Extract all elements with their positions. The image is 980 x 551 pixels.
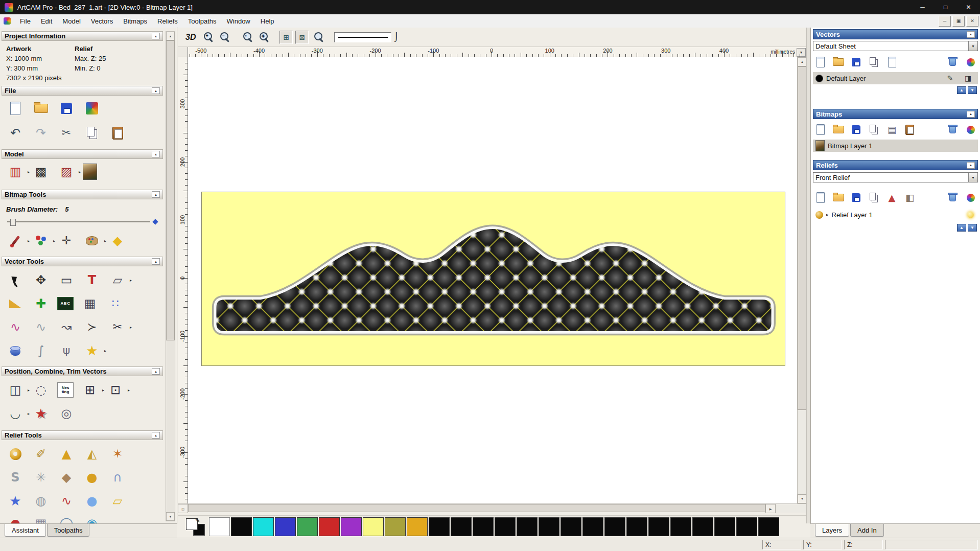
colour-black[interactable] <box>231 517 252 536</box>
block-array-icon[interactable]: ⊞▸ <box>81 381 99 399</box>
2d-view-canvas[interactable] <box>188 57 797 503</box>
bitmap-layer-options-icon[interactable] <box>964 123 977 136</box>
colour-white[interactable] <box>209 517 230 536</box>
open-model-icon[interactable] <box>32 99 50 118</box>
offset-relief-icon[interactable]: ▱ <box>108 492 127 510</box>
set-model-size-icon[interactable]: ▥▸ <box>6 163 25 181</box>
scrollbar-thumb[interactable] <box>188 504 765 512</box>
flood-fill-icon[interactable]: ▸ <box>32 232 50 250</box>
colour-black-extra[interactable] <box>670 517 691 536</box>
add-clay-icon[interactable]: ▲ <box>57 445 76 463</box>
node-editor-icon[interactable]: ψ <box>57 341 76 360</box>
collapse-vectors-button[interactable]: ▲ <box>967 31 975 38</box>
new-relief-icon[interactable] <box>813 191 827 204</box>
pane-splitter-button[interactable]: ◫ <box>178 504 188 513</box>
relief-layer-options-icon[interactable] <box>964 191 977 204</box>
colour-palette-icon[interactable]: ▸ <box>83 232 101 250</box>
colour-black-extra[interactable] <box>539 517 559 536</box>
tab-toolpaths[interactable]: Toolpaths <box>47 524 90 537</box>
scroll-up-button[interactable]: ▲ <box>798 57 807 66</box>
save-relief-icon[interactable] <box>849 191 863 204</box>
scroll-down-button[interactable]: ▼ <box>166 512 175 521</box>
scroll-down-button[interactable]: ▼ <box>798 494 807 503</box>
canvas-vertical-scrollbar[interactable]: ▲ ▼ <box>797 57 806 503</box>
move-layer-up-button[interactable]: ▲ <box>957 224 966 232</box>
view-3d-button[interactable]: 3D <box>183 32 198 43</box>
menu-item-reliefs[interactable]: Reliefs <box>152 16 183 27</box>
star-relief-icon[interactable]: ★ <box>6 492 25 510</box>
text-table-icon[interactable]: ABC <box>57 297 74 310</box>
colour-black-extra[interactable] <box>473 517 494 536</box>
tab-add-in[interactable]: Add In <box>850 524 884 537</box>
child-close-button[interactable]: ✕ <box>966 16 978 27</box>
snap-grid-toggle[interactable]: ⊞ <box>279 31 293 44</box>
colour-blue[interactable] <box>275 517 296 536</box>
assistant-scrollbar[interactable]: ▲ ▼ <box>166 31 175 521</box>
polyline-tool-icon[interactable]: ≻ <box>83 318 101 336</box>
copy-along-icon[interactable]: ⊡▸ <box>106 381 125 399</box>
scrollbar-thumb[interactable] <box>798 66 807 410</box>
canvas-horizontal-scrollbar[interactable]: ◫ ▶ <box>178 503 806 513</box>
collapse-reliefs-button[interactable]: ▲ <box>967 162 975 169</box>
colour-red[interactable] <box>319 517 340 536</box>
maximize-button[interactable]: □ <box>934 0 957 14</box>
trim-vectors-icon[interactable]: ✂▸ <box>108 318 127 336</box>
colour-black-extra[interactable] <box>714 517 735 536</box>
texture-relief-icon[interactable]: ◍ <box>32 492 50 510</box>
colour-black-extra[interactable] <box>561 517 581 536</box>
colour-black-extra[interactable] <box>429 517 450 536</box>
collapse-relief-tools-button[interactable]: ▲ <box>152 432 160 439</box>
zoom-in-icon[interactable]: + <box>201 30 215 44</box>
model-lighting-icon[interactable]: ▩ <box>32 163 50 181</box>
import-export-icon[interactable] <box>83 99 101 118</box>
child-restore-button[interactable]: ▣ <box>952 16 965 27</box>
sphere-relief-icon[interactable]: ◯ <box>57 514 76 523</box>
relief-select[interactable]: Front Relief ▼ <box>813 172 978 182</box>
layer-contrast-icon[interactable]: ◨ <box>961 72 975 85</box>
colour-yellow[interactable] <box>363 517 384 536</box>
save-bitmap-icon[interactable] <box>849 123 863 136</box>
move-layer-down-button[interactable]: ▼ <box>968 224 977 232</box>
transform-vectors-icon[interactable]: ✥ <box>32 271 50 289</box>
collapse-vector-tools-button[interactable]: ▲ <box>152 258 160 265</box>
circular-array-icon[interactable]: ◌ <box>32 381 50 399</box>
menu-item-edit[interactable]: Edit <box>36 16 57 27</box>
spiral-tool-icon[interactable]: ◎ <box>57 404 76 423</box>
colour-cyan[interactable] <box>253 517 274 536</box>
primary-secondary-colour[interactable]: ✎ <box>184 517 208 536</box>
panel-splitter[interactable] <box>806 28 810 523</box>
wave-relief-icon[interactable]: ∿ <box>57 492 76 510</box>
colour-black-extra[interactable] <box>495 517 516 536</box>
vector-layer-options-icon[interactable] <box>964 55 977 69</box>
menu-item-help[interactable]: Help <box>255 16 279 27</box>
relief-layer-row[interactable]: ▸ Relief Layer 1 <box>813 209 978 221</box>
open-bitmap-icon[interactable] <box>831 123 845 136</box>
colour-black-extra[interactable] <box>758 517 779 536</box>
open-relief-icon[interactable] <box>831 191 845 204</box>
bitmap-adjust-icon[interactable]: ▤ <box>885 123 899 136</box>
move-layer-up-button[interactable]: ▲ <box>957 86 966 94</box>
menu-item-model[interactable]: Model <box>57 16 85 27</box>
paste-grid-icon[interactable]: ▦ <box>81 294 99 313</box>
shear-vectors-icon[interactable]: ▱▸ <box>108 271 127 289</box>
delete-vector-layer-icon[interactable] <box>946 55 960 69</box>
import-vectors-icon[interactable] <box>867 55 881 69</box>
sheet-dropdown-button[interactable]: ▼ <box>968 41 977 51</box>
collapse-model-button[interactable]: ▲ <box>152 151 160 157</box>
save-model-icon[interactable] <box>57 99 76 118</box>
snap-guides-toggle[interactable]: ⊠ <box>295 31 309 44</box>
nesting-icon[interactable]: Nes ting <box>57 382 74 398</box>
colour-black-extra[interactable] <box>451 517 472 536</box>
relief-spin-icon[interactable]: ✶ <box>108 445 127 463</box>
paste-vectors-icon[interactable] <box>885 55 899 69</box>
glow-relief-icon[interactable]: ● <box>83 492 101 510</box>
zoom-objects-icon[interactable]: ◈ <box>256 30 270 44</box>
line-width-handle[interactable]: ⌡ <box>394 32 398 42</box>
copy-icon[interactable] <box>83 124 101 142</box>
add-vector-icon[interactable]: ✚ <box>32 294 50 313</box>
ruler-units-dropdown-button[interactable]: ▼ <box>797 48 806 57</box>
deposit-relief-icon[interactable]: ● <box>83 468 101 487</box>
model-material-icon[interactable]: ▨▸ <box>57 163 76 181</box>
sheet-select[interactable]: Default Sheet ▼ <box>813 41 978 51</box>
artwork-sheet[interactable] <box>201 192 785 366</box>
